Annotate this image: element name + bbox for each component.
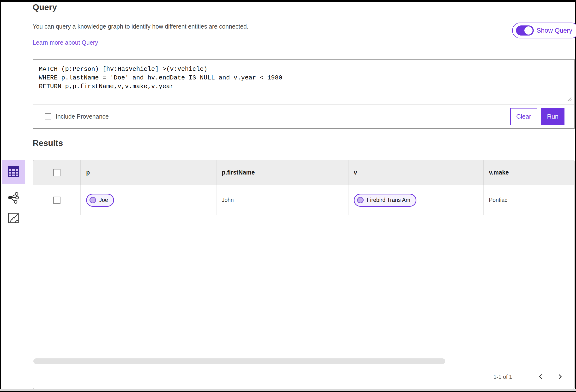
column-header-v-make[interactable]: v.make [484,160,574,185]
table-view-icon [7,166,19,178]
pagination-range: 1-1 of 1 [493,374,512,380]
entity-chip-vehicle[interactable]: Firebird Trans Am [354,194,416,207]
frame-bottom [0,389,576,392]
row-checkbox[interactable] [53,197,60,204]
table-row: Joe John Firebird Trans Am Pontiac [33,185,574,215]
page-description: You can query a knowledge graph to ident… [33,23,248,30]
toggle-on-icon[interactable] [516,26,534,35]
results-table: p p.firstName v v.make Joe John Firebird… [33,160,575,389]
node-dot-icon [357,197,364,203]
view-tab-graph[interactable] [6,191,20,205]
frame-left [0,0,1,392]
table-footer: 1-1 of 1 [33,365,574,389]
cell-v: Firebird Trans Am [348,185,484,215]
query-editor-box: MATCH (p:Person)-[hv:HasVehicle]->(v:Veh… [33,59,575,129]
entity-chip-person[interactable]: Joe [86,194,114,207]
clear-button[interactable]: Clear [510,108,537,125]
page-title: Query [33,2,57,12]
entity-chip-label: Joe [99,197,108,203]
column-header-p[interactable]: p [81,160,216,185]
toggle-knob [524,26,533,34]
table-header-row: p p.firstName v v.make [33,160,574,185]
view-tab-map[interactable] [7,212,20,225]
show-query-label: Show Query [537,27,572,34]
row-checkbox-cell [33,185,81,215]
include-provenance-checkbox[interactable] [45,113,51,120]
entity-chip-label: Firebird Trans Am [367,197,410,203]
cell-v-make: Pontiac [484,185,574,215]
horizontal-scrollbar [33,358,574,365]
show-query-toggle[interactable]: Show Query [512,23,576,38]
view-tab-table[interactable] [2,160,25,184]
frame-top [0,0,576,2]
cell-p-firstname: John [216,185,348,215]
chevron-left-icon [538,373,544,381]
table-empty-area [33,215,574,358]
run-button[interactable]: Run [541,108,565,125]
resize-handle-icon[interactable] [566,96,572,103]
column-header-v[interactable]: v [348,160,484,185]
horizontal-scrollbar-thumb[interactable] [33,358,445,364]
editor-bottom-bar: Include Provenance Clear Run [33,105,574,128]
query-input[interactable]: MATCH (p:Person)-[hv:HasVehicle]->(v:Veh… [33,60,574,104]
select-all-checkbox[interactable] [53,169,60,176]
chevron-right-icon [557,373,563,381]
learn-more-link[interactable]: Learn more about Query [33,39,98,46]
column-header-p-firstname[interactable]: p.firstName [216,160,348,185]
node-dot-icon [89,197,96,203]
cell-p: Joe [81,185,216,215]
graph-view-icon [7,191,19,205]
include-provenance-label: Include Provenance [56,113,109,120]
next-page-button[interactable] [554,372,565,383]
header-checkbox-cell [33,160,81,185]
results-heading: Results [33,138,63,148]
previous-page-button[interactable] [535,372,546,383]
map-view-icon [8,212,19,225]
